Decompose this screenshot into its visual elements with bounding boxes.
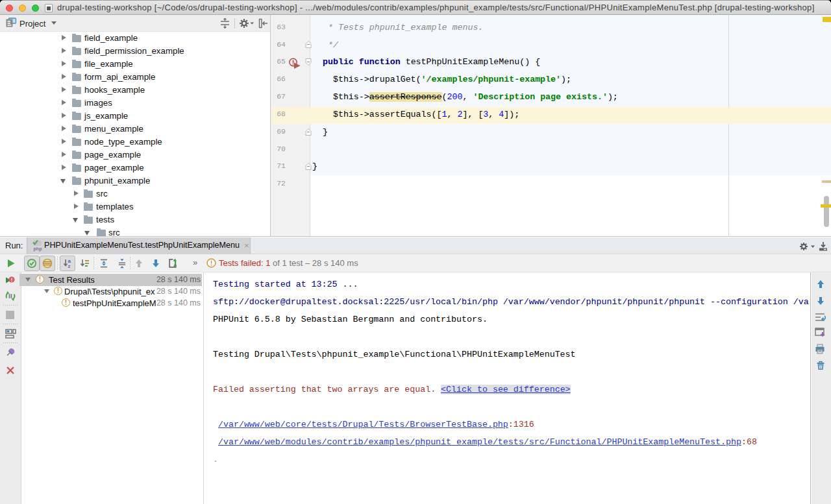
svg-text:php: php [34,246,42,252]
svg-text:z: z [68,263,71,269]
